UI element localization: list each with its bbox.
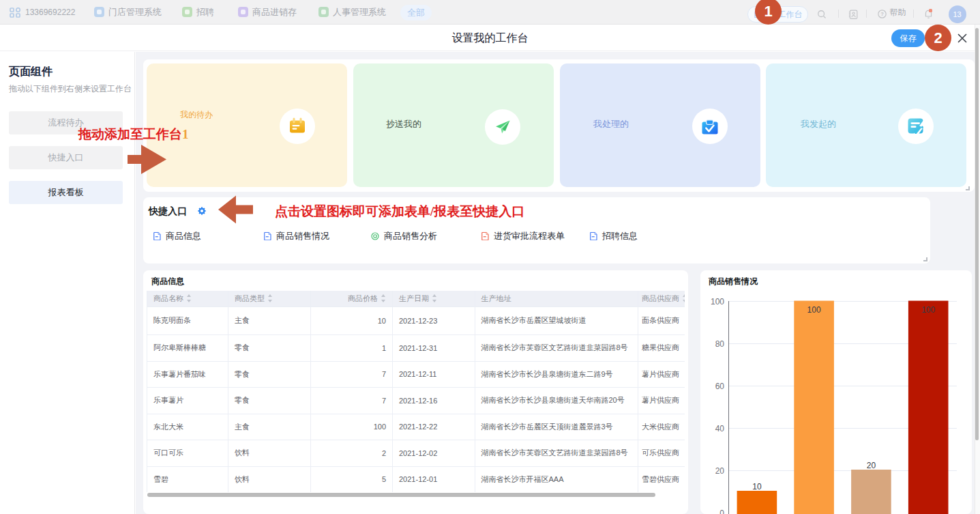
svg-text:100: 100 [921, 305, 935, 315]
svg-text:?: ? [880, 11, 884, 17]
svg-text:80: 80 [715, 339, 725, 349]
svg-text:20: 20 [867, 461, 876, 470]
svg-text:10: 10 [752, 482, 762, 491]
svg-text:0: 0 [719, 509, 724, 514]
svg-text:100: 100 [807, 305, 821, 315]
svg-text:100: 100 [711, 297, 724, 306]
svg-text:60: 60 [715, 382, 725, 391]
svg-text:20: 20 [715, 466, 725, 476]
svg-text:40: 40 [715, 424, 725, 433]
